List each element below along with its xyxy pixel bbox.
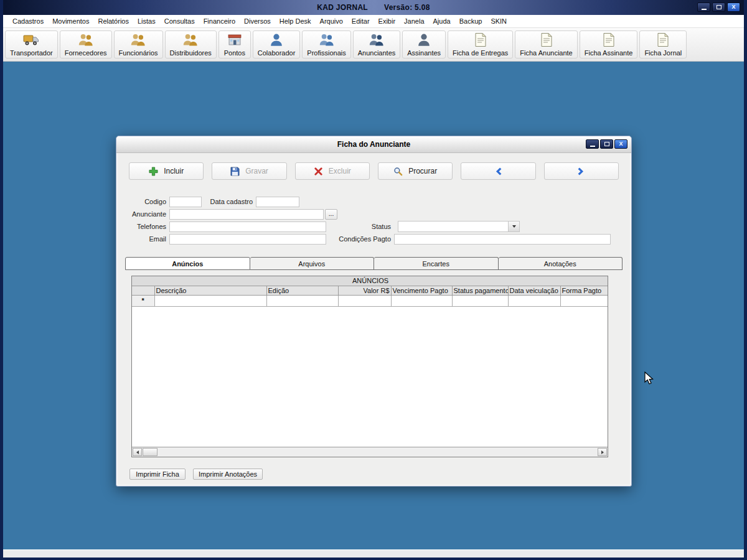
column-header-descricao[interactable]: Descrição	[154, 286, 266, 295]
imprimir-anotacoes-button[interactable]: Imprimir Anotações	[193, 469, 263, 480]
triangle-left-icon	[136, 450, 139, 454]
dialog-titlebar[interactable]: Ficha do Anunciante X	[116, 136, 631, 153]
dialog-close-button[interactable]: X	[614, 139, 627, 149]
menu-item-diversos[interactable]: Diversos	[240, 17, 275, 25]
journal-form-icon	[655, 32, 671, 47]
toolbar-button-ficha-assinante[interactable]: Ficha Assinante	[580, 30, 638, 58]
tab-anotacoes[interactable]: Anotações	[499, 257, 623, 270]
menu-item-ajuda[interactable]: Ajuda	[429, 17, 455, 25]
status-select[interactable]	[398, 221, 520, 232]
scrollbar-thumb[interactable]	[143, 448, 157, 456]
anunciante-browse-button[interactable]: ...	[325, 209, 337, 220]
menu-item-cadastros[interactable]: Cadastros	[8, 17, 48, 25]
column-header-edicao[interactable]: Edição	[266, 286, 338, 295]
next-record-button[interactable]	[544, 162, 619, 180]
column-header-vencimento-pagto[interactable]: Vencimento Pagto	[391, 286, 452, 295]
procurar-label: Procurar	[408, 167, 437, 175]
menu-item-exibir[interactable]: Exibir	[374, 17, 400, 25]
horizontal-scrollbar[interactable]	[132, 447, 608, 457]
window-titlebar: KAD JORNAL Versão: 5.08 X	[3, 0, 744, 15]
minimize-icon	[702, 9, 707, 10]
cell-valor[interactable]	[338, 295, 391, 306]
previous-record-button[interactable]	[461, 162, 535, 180]
tab-arquivos[interactable]: Arquivos	[250, 257, 375, 270]
condicoes-pagto-input[interactable]	[394, 234, 611, 245]
anunciante-label: Anunciante	[129, 210, 166, 218]
toolbar-button-anunciantes[interactable]: Anunciantes	[353, 30, 401, 58]
menu-item-editar[interactable]: Editar	[347, 17, 374, 25]
menu-item-janela[interactable]: Janela	[400, 17, 428, 25]
menu-item-relatorios[interactable]: Relatórios	[93, 17, 133, 25]
toolbar-button-colaborador[interactable]: Colaborador	[253, 30, 301, 58]
distributors-people-icon	[182, 32, 199, 47]
status-label: Status	[326, 223, 391, 230]
gravar-button[interactable]: Gravar	[212, 162, 286, 180]
dialog-maximize-button[interactable]	[600, 139, 613, 149]
record-marker-column-header	[132, 286, 154, 295]
cell-forma-pagto[interactable]	[560, 295, 608, 306]
app-version: Versão: 5.08	[384, 3, 430, 12]
maximize-button[interactable]	[712, 2, 725, 12]
toolbar-button-assinantes[interactable]: Assinantes	[402, 30, 446, 58]
data-cadastro-input[interactable]	[256, 197, 299, 207]
email-input[interactable]	[169, 234, 326, 245]
tab-anuncios[interactable]: Anúncios	[125, 257, 250, 270]
scroll-left-button[interactable]	[133, 448, 142, 456]
codigo-input[interactable]	[169, 197, 202, 207]
cell-vencimento-pagto[interactable]	[391, 295, 452, 306]
condicoes-pagto-label: Condições Pagto	[326, 235, 391, 243]
menu-item-listas[interactable]: Listas	[133, 17, 160, 25]
toolbar-button-distribuidores[interactable]: Distribuidores	[165, 30, 217, 58]
toolbar-button-ficha-de-entregas[interactable]: Ficha de Entregas	[448, 30, 513, 58]
menu-item-help-desk[interactable]: Help Desk	[275, 17, 316, 25]
toolbar-button-funcionarios[interactable]: Funcionários	[114, 30, 163, 58]
cell-descricao[interactable]	[154, 295, 266, 306]
status-dropdown-button[interactable]	[508, 222, 519, 231]
excluir-label: Excluir	[329, 167, 351, 175]
scroll-right-button[interactable]	[598, 448, 607, 456]
imprimir-ficha-button[interactable]: Imprimir Ficha	[129, 469, 186, 480]
column-header-valor[interactable]: Valor R$	[338, 286, 391, 295]
desktop-area: Ficha do Anunciante X Incluir Gravar	[3, 62, 744, 549]
close-button[interactable]: X	[727, 2, 740, 12]
cell-data-veiculacao[interactable]	[508, 295, 560, 306]
toolbar-button-fornecedores[interactable]: Fornecedores	[60, 30, 112, 58]
menu-item-skin[interactable]: SKIN	[486, 17, 511, 25]
cell-edicao[interactable]	[266, 295, 338, 306]
table-row[interactable]: *	[132, 295, 608, 306]
menu-item-arquivo[interactable]: Arquivo	[316, 17, 347, 25]
app-title: KAD JORNAL	[317, 3, 368, 12]
toolbar-button-profissionais[interactable]: Profissionais	[302, 30, 350, 58]
menu-item-backup[interactable]: Backup	[455, 17, 487, 25]
window-title: KAD JORNAL Versão: 5.08	[317, 3, 430, 12]
incluir-button[interactable]: Incluir	[129, 162, 204, 180]
dialog-minimize-button[interactable]	[586, 139, 599, 149]
suppliers-people-icon	[78, 32, 94, 47]
column-header-data-veiculacao[interactable]: Data veiculação	[508, 286, 560, 295]
menu-item-financeiro[interactable]: Financeiro	[199, 17, 240, 25]
excluir-button[interactable]: Excluir	[295, 162, 370, 180]
grid-group-header: ANÚNCIOS	[132, 276, 608, 286]
toolbar-button-ficha-jornal[interactable]: Ficha Jornal	[639, 30, 687, 58]
form-row-telefones-status: Telefones Status	[129, 221, 520, 232]
cell-status-pagamento[interactable]	[452, 295, 508, 306]
tab-encartes[interactable]: Encartes	[374, 257, 499, 270]
toolbar-button-transportador[interactable]: Transportador	[5, 30, 58, 58]
record-marker-cell: *	[132, 295, 154, 306]
plus-icon	[149, 167, 158, 176]
column-header-status-pagamento[interactable]: Status pagamento	[452, 286, 508, 295]
procurar-button[interactable]: Procurar	[378, 162, 453, 180]
minimize-button[interactable]	[697, 2, 710, 12]
toolbar-button-pontos[interactable]: Pontos	[218, 30, 251, 58]
menu-item-consultas[interactable]: Consultas	[160, 17, 199, 25]
incluir-label: Incluir	[164, 167, 184, 175]
status-selected-value	[398, 222, 508, 231]
dialog-title: Ficha do Anunciante	[337, 140, 411, 149]
toolbar-button-ficha-anunciante[interactable]: Ficha Anunciante	[515, 30, 577, 58]
anunciante-input[interactable]	[169, 209, 324, 220]
dialog-window-controls: X	[586, 139, 627, 149]
advertisers-people-icon	[369, 32, 385, 47]
column-header-forma-pagto[interactable]: Forma Pagto	[560, 286, 608, 295]
menu-item-movimentos[interactable]: Movimentos	[48, 17, 93, 25]
telefones-input[interactable]	[169, 222, 326, 232]
